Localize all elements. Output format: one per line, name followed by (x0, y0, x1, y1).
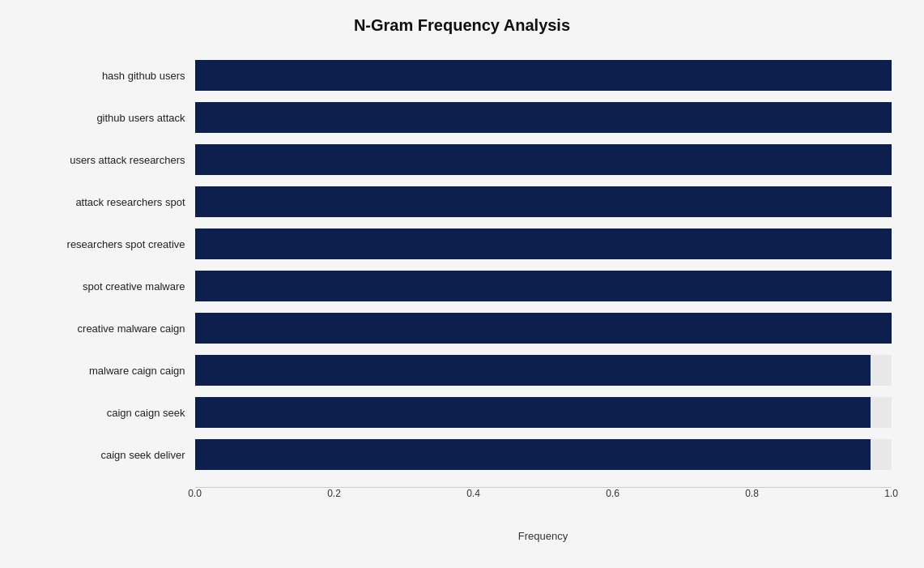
bar-row: researchers spot creative (33, 223, 892, 265)
bar-label: malware caign caign (33, 365, 195, 377)
bar-fill (195, 397, 871, 428)
x-tick: 0.0 (188, 488, 202, 499)
bar-track (195, 60, 892, 91)
x-tick: 0.6 (606, 488, 620, 499)
bar-label: spot creative malware (33, 280, 195, 293)
bar-track (195, 144, 892, 175)
bar-label: researchers spot creative (33, 238, 195, 250)
bar-fill (195, 102, 892, 133)
bar-fill (195, 228, 892, 259)
bar-track (195, 439, 892, 470)
bar-row: attack researchers spot (33, 181, 892, 223)
bar-row: github users attack (33, 96, 892, 139)
x-tick: 1.0 (884, 488, 898, 499)
bar-label: caign seek deliver (33, 449, 195, 461)
bar-track (195, 186, 892, 217)
chart-container: N-Gram Frequency Analysis hash github us… (17, 0, 908, 568)
bar-row: spot creative malware (33, 265, 892, 307)
bar-fill (195, 439, 871, 470)
bar-row: malware caign caign (33, 349, 892, 391)
x-axis-label: Frequency (195, 530, 892, 542)
bar-fill (195, 60, 892, 91)
bar-fill (195, 271, 892, 301)
bar-row: caign seek deliver (33, 433, 892, 476)
bar-track (195, 271, 892, 301)
bar-label: users attack researchers (33, 154, 195, 166)
x-axis-ticks: 0.00.20.40.60.81.0 (195, 488, 892, 507)
bar-track (195, 313, 892, 344)
bar-track (195, 397, 892, 428)
bar-label: attack researchers spot (33, 196, 195, 208)
bar-fill (195, 144, 892, 175)
bar-fill (195, 313, 892, 344)
bar-label: caign caign seek (33, 407, 195, 419)
x-tick: 0.2 (327, 488, 341, 499)
bar-row: hash github users (33, 54, 892, 96)
bar-track (195, 228, 892, 259)
bar-track (195, 102, 892, 133)
bar-label: creative malware caign (33, 322, 195, 335)
x-tick: 0.8 (745, 488, 759, 499)
bar-track (195, 355, 892, 386)
x-axis-area: 0.00.20.40.60.81.0 Frequency (195, 484, 892, 542)
bar-fill (195, 355, 871, 386)
bar-label: hash github users (33, 70, 195, 82)
chart-area: hash github usersgithub users attackuser… (33, 54, 892, 476)
x-tick: 0.4 (466, 488, 480, 499)
bar-label: github users attack (33, 112, 195, 124)
bar-row: users attack researchers (33, 139, 892, 181)
chart-title: N-Gram Frequency Analysis (33, 16, 892, 35)
bar-row: creative malware caign (33, 307, 892, 349)
bar-fill (195, 186, 892, 217)
bar-row: caign caign seek (33, 391, 892, 433)
